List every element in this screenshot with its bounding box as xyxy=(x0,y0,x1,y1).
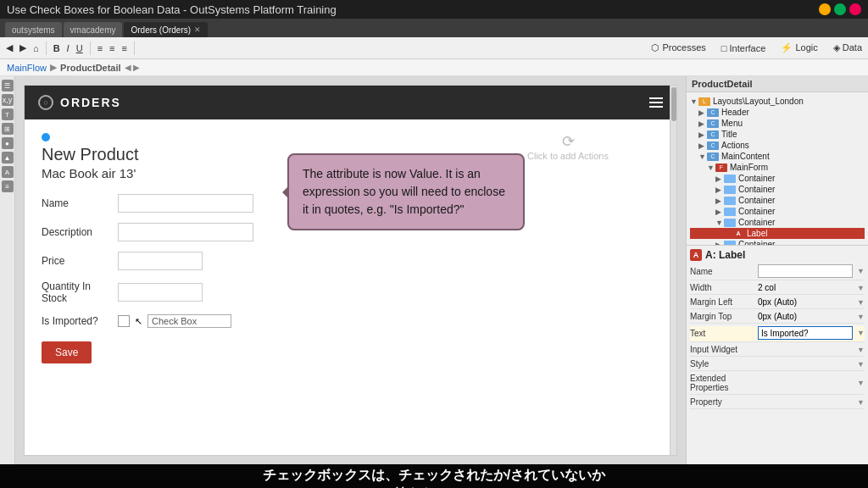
tree-item-actions[interactable]: ▶ C Actions xyxy=(690,140,865,151)
tree-item-container1[interactable]: ▶ Container xyxy=(690,173,865,184)
processes-button[interactable]: ⬡ Processes xyxy=(648,42,708,54)
tree-toggle-c5[interactable]: ▼ xyxy=(715,219,724,227)
props-header: A A: Label xyxy=(690,249,865,261)
form-row-quantity: Quantity InStock xyxy=(42,280,659,304)
add-actions-icon: ⟳ xyxy=(527,132,609,151)
prop-dropdown-property[interactable]: ▼ xyxy=(853,398,865,407)
tree-toggle-title[interactable]: ▶ xyxy=(698,130,707,139)
sidebar-icon-4[interactable]: ⊞ xyxy=(2,123,14,135)
tree-icon-header: C xyxy=(707,108,719,117)
underline-button[interactable]: U xyxy=(74,42,86,54)
prop-dropdown-text[interactable]: ▼ xyxy=(853,329,865,337)
prop-dropdown-width[interactable]: ▼ xyxy=(853,284,865,292)
input-description[interactable] xyxy=(118,223,253,241)
italic-button[interactable]: I xyxy=(64,42,72,54)
align-center-button[interactable]: ≡ xyxy=(107,42,117,54)
prop-value-width: 2 col xyxy=(758,283,853,292)
tree-item-title[interactable]: ▶ C Title xyxy=(690,129,865,140)
tree-toggle-c1[interactable]: ▶ xyxy=(715,175,724,183)
click-to-add-actions[interactable]: ⟳ Click to add Actions xyxy=(527,132,609,161)
tree-toggle-mainform[interactable]: ▼ xyxy=(707,164,715,172)
tree-label-menu: Menu xyxy=(721,119,743,128)
tree-label-c4: Container xyxy=(738,207,775,216)
back-button[interactable]: ◀ xyxy=(3,42,15,54)
tab-vmacademy[interactable]: vmacademy xyxy=(64,22,123,37)
prop-dropdown-style[interactable]: ▼ xyxy=(853,360,865,369)
sidebar-icon-6[interactable]: ▲ xyxy=(2,152,14,164)
minimize-button[interactable] xyxy=(819,3,831,15)
window-controls[interactable] xyxy=(819,3,861,15)
toolbar-separator-2 xyxy=(90,42,91,55)
maximize-button[interactable] xyxy=(834,3,846,15)
tree-toggle-actions[interactable]: ▶ xyxy=(698,141,707,150)
prop-row-extended: Extended Properties ▼ xyxy=(690,374,865,395)
home-button[interactable]: ⌂ xyxy=(31,42,42,54)
tree-toggle-c4[interactable]: ▶ xyxy=(715,208,724,216)
hamburger-line-1 xyxy=(649,97,663,99)
tree-item-menu[interactable]: ▶ C Menu xyxy=(690,118,865,129)
canvas-inner: ○ ORDERS New Product Mac Book air 13' xyxy=(24,85,677,456)
right-panel-header: ProductDetail xyxy=(687,76,868,92)
tree-item-container4[interactable]: ▶ Container xyxy=(690,206,865,217)
tree-toggle-layout[interactable]: ▼ xyxy=(690,97,698,106)
label-price: Price xyxy=(42,255,118,267)
logic-button[interactable]: ⚡ Logic xyxy=(778,42,820,54)
tree-item-container6[interactable]: ▶ Container xyxy=(690,239,865,245)
tree-item-layout[interactable]: ▼ L Layouts\Layout_London xyxy=(690,96,865,107)
sidebar-icon-1[interactable]: ☰ xyxy=(2,80,14,92)
data-button[interactable]: ◈ Data xyxy=(831,42,865,54)
canvas-area[interactable]: ○ ORDERS New Product Mac Book air 13' xyxy=(15,76,686,464)
scrollbar-vertical[interactable] xyxy=(670,86,676,455)
properties-section: A A: Label Name ▼ Width 2 col ▼ Margin L… xyxy=(687,245,868,415)
tree-label-maincontent: MainContent xyxy=(721,152,770,161)
subtitle-line1: チェックボックスは、チェックされたか/されていないか xyxy=(263,468,605,482)
forward-button[interactable]: ▶ xyxy=(17,42,29,54)
align-left-button[interactable]: ≡ xyxy=(95,42,105,54)
align-right-button[interactable]: ≡ xyxy=(119,42,129,54)
prop-dropdown-margin-left[interactable]: ▼ xyxy=(853,298,865,307)
tree-icon-c4 xyxy=(724,208,736,216)
tab-outsystems[interactable]: outsystems xyxy=(5,22,62,37)
tree-icon-label: A xyxy=(732,230,744,238)
tree-item-container2[interactable]: ▶ Container xyxy=(690,184,865,195)
tree-item-header[interactable]: ▶ C Header xyxy=(690,107,865,118)
prop-dropdown-input-widget[interactable]: ▼ xyxy=(853,346,865,354)
tree-item-label[interactable]: A Label xyxy=(690,228,865,239)
tab-orders-close[interactable]: ✕ xyxy=(194,25,201,34)
save-button[interactable]: Save xyxy=(42,341,92,363)
tree-toggle-menu[interactable]: ▶ xyxy=(698,119,707,128)
sidebar-icon-7[interactable]: A xyxy=(2,166,14,178)
tree-item-maincontent[interactable]: ▼ C MainContent xyxy=(690,151,865,162)
tree-toggle-c3[interactable]: ▶ xyxy=(715,197,724,205)
prop-label-property: Property xyxy=(690,397,758,407)
tree-item-container3[interactable]: ▶ Container xyxy=(690,195,865,206)
scrollbar-thumb[interactable] xyxy=(671,87,676,121)
sidebar-icon-8[interactable]: ≡ xyxy=(2,180,14,192)
tree-toggle-header[interactable]: ▶ xyxy=(698,108,707,117)
input-price[interactable] xyxy=(118,252,203,270)
hamburger-menu[interactable] xyxy=(649,97,663,108)
tab-orders[interactable]: Orders (Orders) ✕ xyxy=(124,22,208,37)
close-button[interactable] xyxy=(849,3,861,15)
tree-item-container5[interactable]: ▼ Container xyxy=(690,217,865,228)
prop-dropdown-extended[interactable]: ▼ xyxy=(853,379,865,387)
prop-dropdown-name[interactable]: ▼ xyxy=(853,267,865,275)
prop-input-text[interactable] xyxy=(758,326,853,340)
sidebar-icon-5[interactable]: ● xyxy=(2,137,14,149)
interface-button[interactable]: □ Interface xyxy=(719,42,769,54)
sidebar-icon-3[interactable]: T xyxy=(2,108,14,120)
tree-toggle-maincontent[interactable]: ▼ xyxy=(698,152,707,161)
breadcrumb-flow[interactable]: MainFlow xyxy=(7,63,47,73)
input-name[interactable] xyxy=(118,194,253,213)
prop-dropdown-margin-top[interactable]: ▼ xyxy=(853,313,865,321)
tree-item-mainform[interactable]: ▼ F MainForm xyxy=(690,162,865,173)
prop-row-name: Name ▼ xyxy=(690,264,865,280)
prop-label-extended: Extended Properties xyxy=(690,374,758,392)
tree-toggle-c2[interactable]: ▶ xyxy=(715,186,724,194)
prop-row-input-widget: Input Widget ▼ xyxy=(690,345,865,357)
bold-button[interactable]: B xyxy=(51,42,63,54)
sidebar-icon-2[interactable]: x,y xyxy=(2,94,14,106)
tree-icon-c1 xyxy=(724,175,736,183)
input-quantity[interactable] xyxy=(118,283,203,302)
prop-input-name[interactable] xyxy=(758,264,853,278)
